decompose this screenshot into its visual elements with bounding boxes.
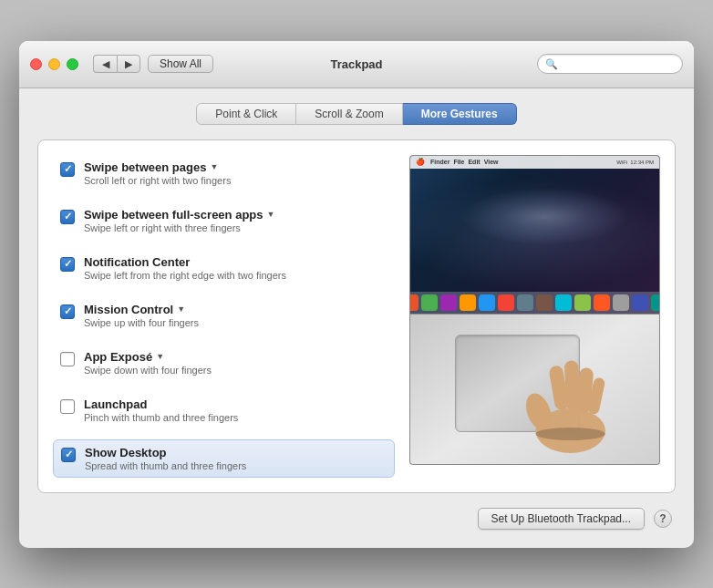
- titlebar: ◀ ▶ Show All Trackpad 🔍: [19, 41, 694, 88]
- content-area: Point & Click Scroll & Zoom More Gesture…: [19, 88, 694, 548]
- dropdown-arrow-mission-control[interactable]: ▼: [177, 304, 185, 314]
- option-subtitle-launchpad: Pinch with thumb and three fingers: [84, 412, 388, 423]
- maximize-button[interactable]: [67, 58, 78, 70]
- option-app-expose: App Exposé ▼ Swipe down with four finger…: [53, 345, 395, 381]
- option-subtitle-app-expose: Swipe down with four fingers: [84, 365, 388, 376]
- option-subtitle-show-desktop: Spread with thumb and three fingers: [85, 460, 387, 471]
- nav-buttons: ◀ ▶: [93, 55, 140, 73]
- option-subtitle-mission-control: Swipe up with four fingers: [84, 317, 388, 328]
- checkbox-show-desktop[interactable]: [61, 448, 76, 462]
- preview-screen: 🍎 Finder File Edit View WiFi 12:34 PM: [409, 155, 660, 315]
- window-title: Trackpad: [330, 57, 382, 71]
- menubar-time: 12:34 PM: [630, 160, 654, 165]
- search-box[interactable]: 🔍: [537, 54, 683, 74]
- close-button[interactable]: [30, 58, 42, 70]
- option-title-swipe-fullscreen: Swipe between full-screen apps ▼: [84, 208, 388, 222]
- dock-icon-13: [632, 294, 648, 311]
- option-swipe-pages: Swipe between pages ▼ Scroll left or rig…: [53, 155, 395, 191]
- galaxy-swirl: [435, 163, 634, 282]
- trackpad-window: ◀ ▶ Show All Trackpad 🔍 Point & Click Sc…: [19, 41, 694, 548]
- dropdown-arrow-app-expose[interactable]: ▼: [156, 352, 164, 361]
- dock-icon-8: [536, 294, 553, 311]
- hand-illustration: [500, 329, 654, 456]
- tab-more-gestures[interactable]: More Gestures: [403, 103, 517, 125]
- dropdown-arrow-swipe-fullscreen[interactable]: ▼: [267, 210, 275, 219]
- preview-trackpad: [409, 315, 660, 465]
- dock-icon-12: [613, 294, 629, 311]
- dock-icon-3: [440, 294, 457, 311]
- back-button[interactable]: ◀: [93, 55, 117, 73]
- option-notification-center: Notification Center Swipe left from the …: [53, 250, 395, 286]
- dock-icon-14: [651, 294, 659, 311]
- checkbox-app-expose[interactable]: [60, 352, 75, 366]
- dock-icon-4: [460, 294, 476, 311]
- preview-area: 🍎 Finder File Edit View WiFi 12:34 PM: [409, 155, 660, 478]
- menubar-simulation: 🍎 Finder File Edit View WiFi 12:34 PM: [410, 156, 659, 169]
- menubar-file: File: [453, 159, 464, 165]
- checkbox-swipe-pages[interactable]: [60, 162, 75, 177]
- dock-simulation: [410, 292, 659, 314]
- dock-icon-9: [555, 294, 572, 311]
- option-text-show-desktop: Show Desktop Spread with thumb and three…: [85, 446, 387, 471]
- menubar-wifi: WiFi: [616, 160, 627, 165]
- tab-point-click[interactable]: Point & Click: [196, 103, 296, 125]
- option-title-launchpad: Launchpad: [84, 397, 388, 411]
- option-show-desktop: Show Desktop Spread with thumb and three…: [53, 439, 395, 478]
- main-panel: Swipe between pages ▼ Scroll left or rig…: [37, 139, 676, 493]
- option-title-mission-control: Mission Control ▼: [84, 303, 388, 316]
- menubar-items: Finder File Edit View: [430, 159, 499, 165]
- option-title-show-desktop: Show Desktop: [85, 446, 387, 459]
- tab-scroll-zoom[interactable]: Scroll & Zoom: [296, 103, 402, 125]
- apple-menu-icon: 🍎: [416, 158, 425, 166]
- bottom-bar: Set Up Bluetooth Trackpad... ?: [37, 508, 676, 530]
- minimize-button[interactable]: [48, 58, 60, 70]
- option-text-swipe-pages: Swipe between pages ▼ Scroll left or rig…: [84, 160, 388, 186]
- option-launchpad: Launchpad Pinch with thumb and three fin…: [53, 392, 395, 428]
- option-title-swipe-pages: Swipe between pages ▼: [84, 160, 388, 174]
- desktop-simulation: 🍎 Finder File Edit View WiFi 12:34 PM: [410, 156, 659, 314]
- menubar-edit: Edit: [468, 159, 480, 165]
- help-button[interactable]: ?: [654, 510, 672, 528]
- option-swipe-fullscreen: Swipe between full-screen apps ▼ Swipe l…: [53, 202, 395, 239]
- menubar-view: View: [484, 159, 499, 165]
- checkbox-mission-control[interactable]: [60, 304, 75, 319]
- option-text-mission-control: Mission Control ▼ Swipe up with four fin…: [84, 303, 388, 328]
- option-title-app-expose: App Exposé ▼: [84, 350, 388, 364]
- dock-icon-7: [517, 294, 533, 311]
- dock-icon-5: [479, 294, 495, 311]
- option-text-swipe-fullscreen: Swipe between full-screen apps ▼ Swipe l…: [84, 208, 388, 233]
- option-text-notification-center: Notification Center Swipe left from the …: [84, 255, 388, 281]
- option-text-launchpad: Launchpad Pinch with thumb and three fin…: [84, 397, 388, 423]
- bluetooth-setup-button[interactable]: Set Up Bluetooth Trackpad...: [478, 508, 645, 530]
- option-mission-control: Mission Control ▼ Swipe up with four fin…: [53, 297, 395, 334]
- option-title-notification-center: Notification Center: [84, 255, 388, 269]
- checkbox-launchpad[interactable]: [60, 399, 75, 414]
- svg-point-6: [536, 428, 606, 440]
- menubar-finder: Finder: [430, 159, 450, 165]
- tabs-bar: Point & Click Scroll & Zoom More Gesture…: [37, 103, 676, 125]
- dock-icon-2: [421, 294, 438, 311]
- show-all-button[interactable]: Show All: [148, 55, 213, 73]
- option-subtitle-swipe-fullscreen: Swipe left or right with three fingers: [84, 222, 388, 233]
- dock-icon-1: [410, 294, 418, 311]
- dock-icon-6: [498, 294, 514, 311]
- search-input[interactable]: [562, 57, 675, 70]
- options-list: Swipe between pages ▼ Scroll left or rig…: [53, 155, 395, 478]
- menubar-right-items: WiFi 12:34 PM: [616, 160, 654, 165]
- dock-icon-11: [594, 294, 610, 311]
- traffic-lights: [30, 58, 78, 70]
- forward-button[interactable]: ▶: [117, 55, 140, 73]
- option-text-app-expose: App Exposé ▼ Swipe down with four finger…: [84, 350, 388, 376]
- checkbox-notification-center[interactable]: [60, 257, 75, 272]
- checkbox-swipe-fullscreen[interactable]: [60, 210, 75, 224]
- option-subtitle-swipe-pages: Scroll left or right with two fingers: [84, 175, 388, 186]
- search-icon: 🔍: [545, 58, 558, 70]
- dock-icon-10: [574, 294, 591, 311]
- dropdown-arrow-swipe-pages[interactable]: ▼: [210, 162, 218, 171]
- option-subtitle-notification-center: Swipe left from the right edge with two …: [84, 270, 388, 281]
